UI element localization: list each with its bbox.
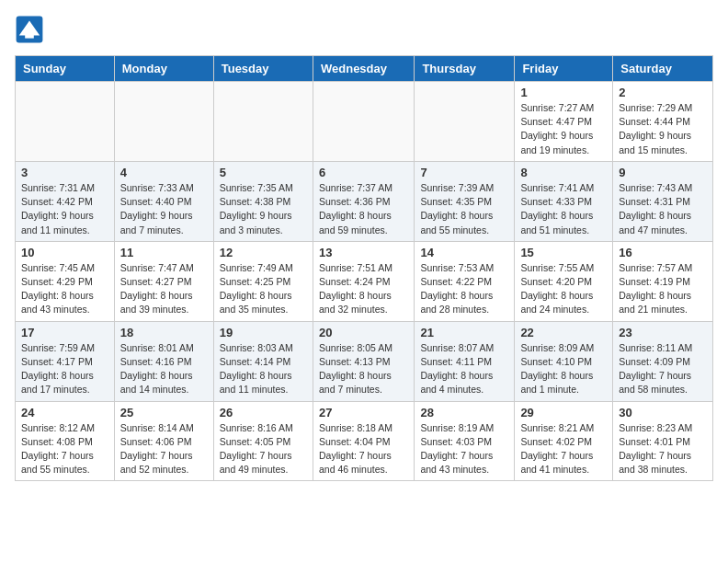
calendar-cell	[213, 82, 313, 162]
calendar-week-row: 24Sunrise: 8:12 AM Sunset: 4:08 PM Dayli…	[16, 401, 713, 481]
day-number: 23	[619, 326, 707, 339]
day-info: Sunrise: 7:43 AM Sunset: 4:31 PM Dayligh…	[619, 181, 707, 237]
calendar-cell: 2Sunrise: 7:29 AM Sunset: 4:44 PM Daylig…	[613, 82, 713, 162]
calendar-cell: 19Sunrise: 8:03 AM Sunset: 4:14 PM Dayli…	[213, 321, 313, 401]
day-info: Sunrise: 7:35 AM Sunset: 4:38 PM Dayligh…	[220, 181, 307, 237]
day-info: Sunrise: 7:41 AM Sunset: 4:33 PM Dayligh…	[520, 181, 607, 237]
weekday-header: Wednesday	[313, 56, 414, 82]
calendar-cell	[114, 82, 213, 162]
day-number: 30	[619, 406, 707, 419]
calendar-cell: 11Sunrise: 7:47 AM Sunset: 4:27 PM Dayli…	[114, 241, 213, 321]
calendar-cell: 20Sunrise: 8:05 AM Sunset: 4:13 PM Dayli…	[313, 321, 414, 401]
day-number: 7	[420, 166, 508, 179]
calendar-cell: 30Sunrise: 8:23 AM Sunset: 4:01 PM Dayli…	[613, 401, 713, 481]
calendar-cell: 6Sunrise: 7:37 AM Sunset: 4:36 PM Daylig…	[313, 161, 414, 241]
day-info: Sunrise: 7:49 AM Sunset: 4:25 PM Dayligh…	[220, 261, 307, 317]
calendar-cell: 1Sunrise: 7:27 AM Sunset: 4:47 PM Daylig…	[515, 82, 613, 162]
calendar-cell: 8Sunrise: 7:41 AM Sunset: 4:33 PM Daylig…	[515, 161, 613, 241]
weekday-header: Sunday	[16, 56, 115, 82]
day-number: 15	[520, 246, 607, 259]
weekday-header: Saturday	[613, 56, 713, 82]
day-info: Sunrise: 8:21 AM Sunset: 4:02 PM Dayligh…	[520, 421, 607, 477]
day-number: 17	[21, 326, 108, 339]
day-info: Sunrise: 8:09 AM Sunset: 4:10 PM Dayligh…	[520, 341, 607, 397]
calendar-cell: 23Sunrise: 8:11 AM Sunset: 4:09 PM Dayli…	[613, 321, 713, 401]
day-info: Sunrise: 7:37 AM Sunset: 4:36 PM Dayligh…	[319, 181, 408, 237]
svg-rect-2	[25, 31, 34, 39]
day-number: 21	[420, 326, 508, 339]
calendar-cell: 5Sunrise: 7:35 AM Sunset: 4:38 PM Daylig…	[213, 161, 313, 241]
calendar-week-row: 17Sunrise: 7:59 AM Sunset: 4:17 PM Dayli…	[16, 321, 713, 401]
calendar-week-row: 3Sunrise: 7:31 AM Sunset: 4:42 PM Daylig…	[16, 161, 713, 241]
calendar-cell: 22Sunrise: 8:09 AM Sunset: 4:10 PM Dayli…	[515, 321, 613, 401]
day-number: 20	[319, 326, 408, 339]
day-info: Sunrise: 8:11 AM Sunset: 4:09 PM Dayligh…	[619, 341, 707, 397]
day-number: 13	[319, 246, 408, 259]
day-info: Sunrise: 8:23 AM Sunset: 4:01 PM Dayligh…	[619, 421, 707, 477]
day-number: 28	[420, 406, 508, 419]
calendar-cell: 17Sunrise: 7:59 AM Sunset: 4:17 PM Dayli…	[16, 321, 115, 401]
day-info: Sunrise: 7:55 AM Sunset: 4:20 PM Dayligh…	[520, 261, 607, 317]
day-info: Sunrise: 8:07 AM Sunset: 4:11 PM Dayligh…	[420, 341, 508, 397]
day-number: 3	[21, 166, 108, 179]
calendar-cell: 28Sunrise: 8:19 AM Sunset: 4:03 PM Dayli…	[415, 401, 515, 481]
day-info: Sunrise: 8:05 AM Sunset: 4:13 PM Dayligh…	[319, 341, 408, 397]
calendar-cell: 25Sunrise: 8:14 AM Sunset: 4:06 PM Dayli…	[114, 401, 213, 481]
calendar-cell: 4Sunrise: 7:33 AM Sunset: 4:40 PM Daylig…	[114, 161, 213, 241]
calendar-cell: 9Sunrise: 7:43 AM Sunset: 4:31 PM Daylig…	[613, 161, 713, 241]
day-info: Sunrise: 8:16 AM Sunset: 4:05 PM Dayligh…	[220, 421, 307, 477]
day-number: 10	[21, 246, 108, 259]
calendar-cell	[313, 82, 414, 162]
day-number: 2	[619, 86, 707, 99]
day-info: Sunrise: 8:18 AM Sunset: 4:04 PM Dayligh…	[319, 421, 408, 477]
calendar-cell: 16Sunrise: 7:57 AM Sunset: 4:19 PM Dayli…	[613, 241, 713, 321]
calendar-cell: 29Sunrise: 8:21 AM Sunset: 4:02 PM Dayli…	[515, 401, 613, 481]
logo	[15, 15, 50, 44]
day-info: Sunrise: 8:01 AM Sunset: 4:16 PM Dayligh…	[120, 341, 208, 397]
day-number: 8	[520, 166, 607, 179]
day-info: Sunrise: 7:27 AM Sunset: 4:47 PM Dayligh…	[520, 101, 607, 157]
day-number: 24	[21, 406, 108, 419]
day-number: 18	[120, 326, 208, 339]
day-number: 16	[619, 246, 707, 259]
day-number: 22	[520, 326, 607, 339]
weekday-header: Thursday	[415, 56, 515, 82]
day-info: Sunrise: 7:39 AM Sunset: 4:35 PM Dayligh…	[420, 181, 508, 237]
calendar-week-row: 10Sunrise: 7:45 AM Sunset: 4:29 PM Dayli…	[16, 241, 713, 321]
calendar-cell: 27Sunrise: 8:18 AM Sunset: 4:04 PM Dayli…	[313, 401, 414, 481]
calendar-cell: 15Sunrise: 7:55 AM Sunset: 4:20 PM Dayli…	[515, 241, 613, 321]
calendar-cell: 24Sunrise: 8:12 AM Sunset: 4:08 PM Dayli…	[16, 401, 115, 481]
day-number: 26	[220, 406, 307, 419]
day-number: 14	[420, 246, 508, 259]
calendar-cell	[16, 82, 115, 162]
day-info: Sunrise: 7:47 AM Sunset: 4:27 PM Dayligh…	[120, 261, 208, 317]
calendar-cell: 13Sunrise: 7:51 AM Sunset: 4:24 PM Dayli…	[313, 241, 414, 321]
day-info: Sunrise: 7:53 AM Sunset: 4:22 PM Dayligh…	[420, 261, 508, 317]
calendar-cell: 7Sunrise: 7:39 AM Sunset: 4:35 PM Daylig…	[415, 161, 515, 241]
day-info: Sunrise: 7:51 AM Sunset: 4:24 PM Dayligh…	[319, 261, 408, 317]
day-number: 4	[120, 166, 208, 179]
calendar-cell: 12Sunrise: 7:49 AM Sunset: 4:25 PM Dayli…	[213, 241, 313, 321]
weekday-header-row: SundayMondayTuesdayWednesdayThursdayFrid…	[16, 56, 713, 82]
day-number: 29	[520, 406, 607, 419]
logo-icon	[15, 15, 44, 44]
day-number: 6	[319, 166, 408, 179]
calendar-cell: 21Sunrise: 8:07 AM Sunset: 4:11 PM Dayli…	[415, 321, 515, 401]
weekday-header: Tuesday	[213, 56, 313, 82]
weekday-header: Monday	[114, 56, 213, 82]
day-number: 5	[220, 166, 307, 179]
day-number: 11	[120, 246, 208, 259]
day-info: Sunrise: 7:29 AM Sunset: 4:44 PM Dayligh…	[619, 101, 707, 157]
calendar-cell: 3Sunrise: 7:31 AM Sunset: 4:42 PM Daylig…	[16, 161, 115, 241]
header	[15, 15, 713, 44]
day-info: Sunrise: 8:19 AM Sunset: 4:03 PM Dayligh…	[420, 421, 508, 477]
day-info: Sunrise: 7:59 AM Sunset: 4:17 PM Dayligh…	[21, 341, 108, 397]
calendar-cell: 26Sunrise: 8:16 AM Sunset: 4:05 PM Dayli…	[213, 401, 313, 481]
day-info: Sunrise: 7:33 AM Sunset: 4:40 PM Dayligh…	[120, 181, 208, 237]
day-info: Sunrise: 7:57 AM Sunset: 4:19 PM Dayligh…	[619, 261, 707, 317]
calendar-week-row: 1Sunrise: 7:27 AM Sunset: 4:47 PM Daylig…	[16, 82, 713, 162]
calendar-cell	[415, 82, 515, 162]
day-info: Sunrise: 7:45 AM Sunset: 4:29 PM Dayligh…	[21, 261, 108, 317]
calendar-cell: 18Sunrise: 8:01 AM Sunset: 4:16 PM Dayli…	[114, 321, 213, 401]
day-info: Sunrise: 7:31 AM Sunset: 4:42 PM Dayligh…	[21, 181, 108, 237]
